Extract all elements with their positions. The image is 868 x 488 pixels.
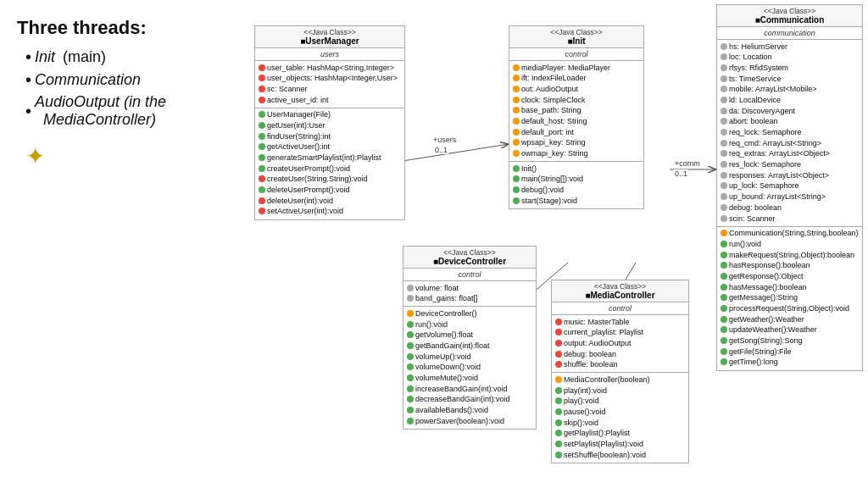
field-dot	[721, 204, 727, 211]
comm-mult: 0..1	[674, 169, 688, 178]
usermanager-stereotype: <<Java Class>>	[259, 28, 401, 36]
field-dot	[555, 351, 562, 358]
mediacontroller-header: <<Java Class>> ■MediaController	[552, 280, 688, 302]
field-dot	[721, 140, 727, 147]
thread-item-audiooutput: AudioOutput (in the MediaController)	[25, 93, 229, 129]
uml-field-17: scin: Scanner	[721, 214, 859, 225]
uml-field-3: sc: Scanner	[259, 84, 401, 95]
uml-method-9: deleteUser(int):void	[259, 196, 401, 207]
method-dot	[721, 337, 727, 344]
usermanager-fields: user_table: HashMap<String,Integer> user…	[255, 61, 404, 108]
uml-method-1: Communication(String,String,boolean)	[721, 229, 859, 240]
method-dot	[407, 407, 414, 413]
uml-field-9: owmapi_key: String	[513, 149, 640, 160]
field-dot	[513, 129, 520, 136]
method-dot	[555, 376, 562, 383]
init-stereotype: <<Java Class>>	[513, 28, 640, 36]
uml-field-8: abort: boolean	[721, 117, 859, 128]
uml-field-12: res_lock: Semaphore	[721, 160, 859, 171]
method-dot	[721, 326, 727, 333]
method-dot	[407, 363, 414, 370]
uml-method-4: hasResponse():boolean	[721, 261, 859, 272]
mediacontroller-section-title: control	[555, 304, 685, 313]
uml-method-12: getFile(String):File	[721, 347, 859, 358]
method-dot	[407, 353, 414, 360]
field-dot	[721, 43, 727, 50]
method-dot	[555, 408, 562, 415]
uml-method-1: Init()	[513, 164, 640, 175]
uml-field-1: volume: float	[407, 283, 532, 294]
method-dot	[721, 284, 727, 291]
uml-method-1: DeviceController()	[407, 308, 532, 319]
communication-section-title: communication	[721, 29, 859, 37]
mediacontroller-stereotype: <<Java Class>>	[555, 282, 685, 291]
uml-field-13: responses: ArrayList<Object>	[721, 170, 859, 181]
field-dot	[721, 53, 727, 60]
method-dot	[721, 252, 727, 258]
uml-field-2: loc: Location	[721, 53, 859, 64]
method-dot	[721, 316, 727, 323]
uml-field-4: ts: TimeService	[721, 74, 859, 85]
field-dot	[259, 75, 265, 81]
method-dot	[407, 321, 414, 328]
method-dot	[721, 305, 727, 312]
uml-field-4: active_user_id: int	[259, 95, 401, 106]
uml-method-10: setActiveUser(int):void	[259, 207, 401, 218]
method-dot	[407, 342, 414, 349]
field-dot	[721, 161, 727, 168]
field-dot	[721, 118, 727, 125]
init-name: ■Init	[513, 36, 640, 46]
uml-method-2: getUser(int):User	[259, 120, 401, 131]
method-dot	[555, 452, 562, 458]
thread-item-communication: Communication	[25, 70, 229, 90]
mediacontroller-section-label: control	[552, 302, 688, 315]
field-dot	[721, 64, 727, 71]
field-dot	[513, 107, 520, 114]
method-dot	[407, 385, 414, 392]
method-dot	[259, 175, 265, 182]
communication-methods: Communication(String,String,boolean) run…	[717, 227, 862, 370]
method-dot	[513, 175, 520, 182]
devicecontroller-name: ■DeviceController	[407, 257, 532, 266]
heading: Three threads:	[17, 17, 229, 39]
field-dot	[721, 182, 727, 189]
uml-method-3: findUser(String):int	[259, 131, 401, 142]
uml-method-6: hasMessage():boolean	[721, 282, 859, 293]
method-dot	[721, 230, 727, 236]
method-dot	[721, 294, 727, 301]
thread-item-init: Init (main)	[25, 47, 229, 67]
method-dot	[407, 396, 414, 402]
uml-field-3: out: AudioOutput	[513, 84, 640, 95]
field-dot	[513, 150, 520, 157]
method-dot	[721, 348, 727, 355]
users-label: +users	[432, 136, 457, 144]
uml-method-7: volumeMute():void	[407, 374, 532, 385]
method-dot	[407, 331, 414, 338]
field-dot	[721, 97, 727, 103]
uml-method-8: increaseBandGain(int):void	[407, 384, 532, 395]
method-dot	[259, 111, 265, 118]
uml-method-8: processRequest(String,Object):void	[721, 304, 859, 315]
uml-method-9: getWeather():Weather	[721, 314, 859, 325]
uml-field-4: clock: SimpleClock	[513, 95, 640, 106]
uml-field-9: req_lock: Semaphore	[721, 128, 859, 139]
uml-method-7: getMessage():String	[721, 293, 859, 304]
method-dot	[513, 197, 520, 204]
uml-method-4: getBandGain(int):float	[407, 341, 532, 352]
field-dot	[259, 97, 265, 103]
uml-field-7: da: DiscoveryAgent	[721, 106, 859, 117]
uml-method-10: updateWeather():Weather	[721, 325, 859, 336]
mediacontroller-methods: MediaController(boolean) play(int):void …	[552, 373, 688, 463]
method-dot	[407, 418, 414, 424]
mediacontroller-box: <<Java Class>> ■MediaController control …	[551, 280, 689, 463]
field-dot	[513, 139, 520, 146]
uml-method-3: makeRequest(String,Object):boolean	[721, 250, 859, 261]
init-section-label: control	[509, 48, 643, 61]
method-dot	[721, 273, 727, 280]
method-dot	[513, 165, 520, 172]
usermanager-box: <<Java Class>> ■UserManager users user_t…	[254, 25, 405, 220]
uml-field-3: output: AudioOutput	[555, 338, 685, 349]
uml-field-5: mobile: ArrayList<Mobile>	[721, 85, 859, 96]
method-dot	[259, 165, 265, 172]
devicecontroller-stereotype: <<Java Class>>	[407, 248, 532, 257]
